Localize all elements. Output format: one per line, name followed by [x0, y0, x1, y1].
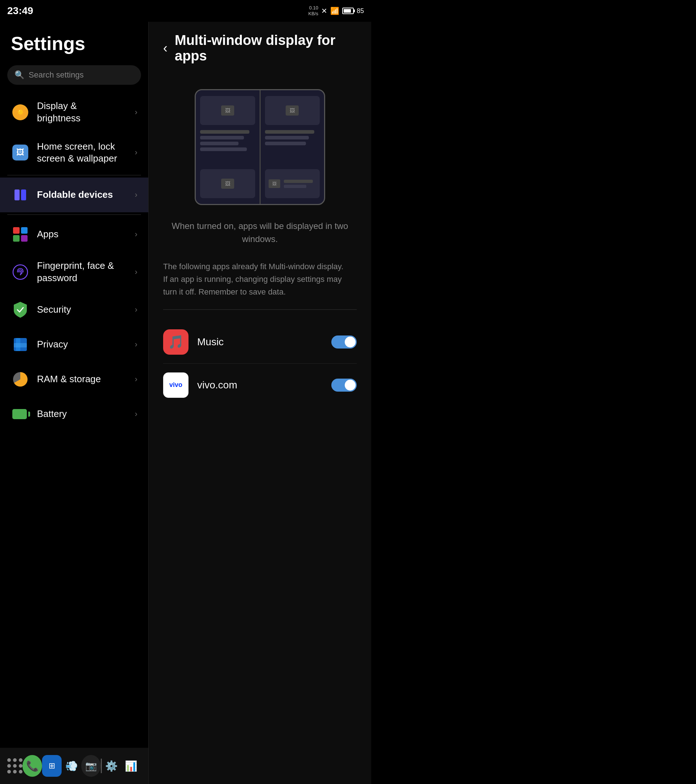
sidebar-item-apps[interactable]: Apps ›: [0, 217, 148, 252]
sidebar-item-battery[interactable]: Battery ›: [0, 397, 148, 432]
sidebar-item-foldable[interactable]: Foldable devices ›: [0, 178, 148, 212]
storage-label: RAM & storage: [37, 373, 128, 385]
detail-panel: ‹ Multi-window display for apps 🖼: [148, 22, 371, 784]
storage-chevron: ›: [135, 375, 137, 384]
sidebar-item-security[interactable]: Security ›: [0, 292, 148, 327]
settings-title: Settings: [0, 22, 148, 62]
foldable-item-text: Foldable devices: [37, 189, 128, 201]
fingerprint-label: Fingerprint, face &password: [37, 260, 128, 284]
svg-point-0: [13, 265, 28, 279]
status-icons: 0.10KB/s ✕ 📶 85: [308, 5, 364, 16]
battery-fill: [344, 9, 351, 13]
nav-analytics[interactable]: 📊: [122, 755, 141, 777]
storage-icon: [11, 370, 30, 389]
music-app-icon: 🎵: [163, 329, 188, 355]
nav-multiwindow[interactable]: ⊞: [42, 755, 62, 777]
sidebar-item-fingerprint[interactable]: Fingerprint, face &password ›: [0, 252, 148, 292]
apps-chevron: ›: [135, 230, 137, 239]
fingerprint-chevron: ›: [135, 267, 137, 277]
vivo-app-icon: vivo: [163, 372, 188, 398]
apps-divider: [163, 310, 357, 310]
apps-icon: [11, 225, 30, 244]
foldable-icon: [11, 186, 30, 204]
vivo-app-name: vivo.com: [197, 379, 323, 391]
security-chevron: ›: [135, 305, 137, 315]
data-speed-label: 0.10KB/s: [308, 5, 318, 16]
battery-percent: 85: [357, 7, 364, 15]
sidebar-item-storage[interactable]: RAM & storage ›: [0, 362, 148, 397]
nav-camera[interactable]: 📷: [81, 755, 101, 777]
split-left-pane: 🖼 🖼: [196, 90, 259, 204]
battery-icon: [11, 405, 30, 423]
display-item-text: Display &brightness: [37, 100, 128, 125]
nav-wind[interactable]: 💨: [62, 755, 81, 777]
info-text: The following apps already fit Multi-win…: [163, 260, 357, 298]
divider-1: [7, 175, 141, 175]
music-app-name: Music: [197, 336, 323, 348]
vivo-text: vivo: [169, 381, 182, 389]
foldable-chevron: ›: [135, 190, 137, 199]
display-label: Display &brightness: [37, 100, 128, 125]
main-container: Settings 🔍 Search settings ☀️ Display &b…: [0, 22, 371, 784]
fingerprint-icon: [11, 263, 30, 282]
split-right-pane: 🖼 🖼: [261, 90, 325, 204]
divider-2: [7, 214, 141, 215]
wifi-icon: 📶: [330, 7, 339, 15]
description-text: When turned on, apps will be displayed i…: [163, 219, 357, 245]
display-icon: ☀️: [11, 103, 30, 122]
apps-list: 🎵 Music vivo vivo.com: [163, 321, 357, 407]
battery-status-icon: [342, 8, 354, 14]
settings-panel: Settings 🔍 Search settings ☀️ Display &b…: [0, 22, 148, 784]
nav-phone[interactable]: 📞: [23, 755, 42, 777]
search-placeholder: Search settings: [29, 70, 84, 80]
privacy-label: Privacy: [37, 338, 128, 351]
detail-content: 🖼 🖼: [148, 75, 371, 784]
status-bar: 23:49 0.10KB/s ✕ 📶 85: [0, 0, 371, 22]
security-icon: [11, 300, 30, 319]
storage-item-text: RAM & storage: [37, 373, 128, 385]
nav-settings[interactable]: ⚙️: [102, 755, 122, 777]
split-screen-illustration-container: 🖼 🖼: [163, 89, 357, 205]
nav-dots[interactable]: [7, 758, 23, 774]
security-item-text: Security: [37, 304, 128, 316]
apps-label: Apps: [37, 228, 128, 240]
battery-chevron: ›: [135, 409, 137, 419]
music-toggle[interactable]: [332, 336, 357, 349]
sidebar-item-display[interactable]: ☀️ Display &brightness ›: [0, 92, 148, 133]
search-icon: 🔍: [15, 70, 24, 80]
privacy-chevron: ›: [135, 340, 137, 349]
homescreen-chevron: ›: [135, 148, 137, 157]
detail-header: ‹ Multi-window display for apps: [148, 22, 371, 75]
homescreen-item-text: Home screen, lockscreen & wallpaper: [37, 140, 128, 165]
sidebar-item-privacy[interactable]: Privacy ›: [0, 327, 148, 362]
foldable-label: Foldable devices: [37, 189, 128, 201]
homescreen-icon: 🖼: [11, 143, 30, 162]
bottom-nav: 📞 ⊞ 💨 📷 ⚙️ 📊: [0, 748, 148, 784]
battery-item-text: Battery: [37, 408, 128, 420]
sidebar-item-homescreen[interactable]: 🖼 Home screen, lockscreen & wallpaper ›: [0, 133, 148, 173]
privacy-item-text: Privacy: [37, 338, 128, 351]
display-chevron: ›: [135, 108, 137, 117]
signal-icon: ✕: [321, 7, 327, 15]
app-item-vivo: vivo vivo.com: [163, 363, 357, 407]
privacy-icon: [11, 335, 30, 354]
split-screen-illustration: 🖼 🖼: [195, 89, 325, 205]
battery-label: Battery: [37, 408, 128, 420]
app-item-music: 🎵 Music: [163, 321, 357, 363]
apps-item-text: Apps: [37, 228, 128, 240]
search-bar[interactable]: 🔍 Search settings: [7, 65, 141, 85]
status-time: 23:49: [7, 5, 33, 16]
security-label: Security: [37, 304, 128, 316]
svg-rect-3: [14, 343, 27, 348]
vivo-toggle[interactable]: [332, 379, 357, 392]
detail-title: Multi-window display for apps: [175, 33, 357, 64]
settings-list: ☀️ Display &brightness › 🖼 Home screen, …: [0, 92, 148, 748]
back-button[interactable]: ‹: [163, 41, 167, 56]
homescreen-label: Home screen, lockscreen & wallpaper: [37, 140, 128, 165]
fingerprint-item-text: Fingerprint, face &password: [37, 260, 128, 284]
